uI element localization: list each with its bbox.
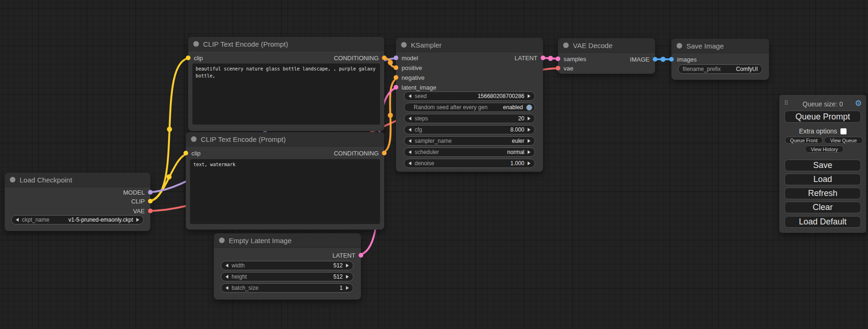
increment-arrow-icon[interactable]: [346, 264, 349, 267]
decrement-arrow-icon[interactable]: [226, 264, 228, 267]
queue-front-button[interactable]: Queue Front: [785, 137, 823, 144]
latent-port-dot[interactable]: [541, 56, 545, 60]
output-image[interactable]: IMAGE: [630, 56, 657, 63]
settings-gear-icon[interactable]: ⚙: [855, 98, 862, 108]
vae-port-dot[interactable]: [148, 209, 153, 213]
decrement-arrow-icon[interactable]: [409, 94, 411, 98]
increment-arrow-icon[interactable]: [528, 150, 530, 154]
increment-arrow-icon[interactable]: [528, 117, 530, 120]
sampler-name-widget[interactable]: sampler_name euler: [404, 136, 535, 146]
conditioning-port-dot[interactable]: [394, 65, 398, 70]
increment-arrow-icon[interactable]: [528, 139, 530, 143]
conditioning-port-dot[interactable]: [394, 75, 398, 80]
node-title-bar[interactable]: CLIP Text Encode (Prompt): [188, 37, 384, 51]
vae-port-dot[interactable]: [556, 66, 560, 70]
node-vae-decode[interactable]: VAE Decode samples vae IMAGE: [558, 38, 655, 74]
scheduler-widget[interactable]: scheduler normal: [404, 147, 535, 157]
decrement-arrow-icon[interactable]: [409, 150, 411, 154]
output-conditioning[interactable]: CONDITIONING: [334, 54, 387, 62]
batch-size-widget[interactable]: batch_size 1: [221, 283, 353, 293]
toggle-knob-icon[interactable]: [526, 105, 532, 111]
clear-button[interactable]: Clear: [784, 202, 861, 213]
queue-prompt-button[interactable]: Queue Prompt: [784, 111, 861, 123]
node-clip-text-encode-positive[interactable]: CLIP Text Encode (Prompt) clip CONDITION…: [188, 37, 384, 131]
collapse-dot-icon[interactable]: [191, 136, 197, 142]
denoise-widget[interactable]: denoise 1.000: [404, 159, 535, 168]
node-title-bar[interactable]: Empty Latent Image: [214, 233, 361, 248]
input-vae[interactable]: vae: [556, 64, 573, 72]
output-clip[interactable]: CLIP: [131, 197, 153, 205]
node-load-checkpoint[interactable]: Load Checkpoint MODEL CLIP VAE ckpt_name…: [5, 173, 150, 231]
clip-port-dot[interactable]: [186, 56, 191, 60]
decrement-arrow-icon[interactable]: [409, 128, 411, 132]
clip-port-dot[interactable]: [183, 151, 188, 155]
increment-arrow-icon[interactable]: [346, 275, 349, 279]
comfyui-node-canvas[interactable]: { "colors": { "model": "#b39ddb", "clip"…: [0, 0, 868, 329]
input-images[interactable]: images: [669, 56, 697, 63]
load-button[interactable]: Load: [784, 174, 861, 185]
node-clip-text-encode-negative[interactable]: CLIP Text Encode (Prompt) clip CONDITION…: [186, 132, 384, 230]
input-samples[interactable]: samples: [556, 55, 586, 63]
decrement-arrow-icon[interactable]: [226, 275, 228, 279]
seed-widget[interactable]: seed 156680208700286: [404, 91, 535, 101]
node-save-image[interactable]: Save Image images filename_prefix ComfyU…: [671, 39, 769, 80]
decrement-arrow-icon[interactable]: [409, 139, 411, 143]
node-title-bar[interactable]: CLIP Text Encode (Prompt): [186, 132, 384, 147]
node-ksampler[interactable]: KSampler model positive negative latent_…: [396, 38, 543, 172]
output-latent[interactable]: LATENT: [332, 252, 363, 259]
steps-widget[interactable]: steps 20: [404, 114, 535, 123]
latent-port-dot[interactable]: [359, 253, 363, 258]
collapse-dot-icon[interactable]: [677, 43, 682, 49]
view-history-button[interactable]: View History: [805, 146, 844, 153]
collapse-dot-icon[interactable]: [10, 177, 15, 182]
filename-prefix-widget[interactable]: filename_prefix ComfyUI: [678, 64, 762, 74]
collapse-dot-icon[interactable]: [219, 238, 225, 243]
negative-prompt-textarea[interactable]: text, watermark: [190, 159, 380, 224]
output-latent[interactable]: LATENT: [515, 54, 545, 62]
collapse-dot-icon[interactable]: [563, 42, 569, 48]
ckpt-name-widget[interactable]: ckpt_name v1-5-pruned-emaonly.ckpt: [11, 215, 144, 224]
node-title-bar[interactable]: Load Checkpoint: [5, 173, 150, 187]
latent-port-dot[interactable]: [394, 85, 398, 90]
decrement-arrow-icon[interactable]: [409, 117, 411, 120]
decrement-arrow-icon[interactable]: [226, 286, 228, 290]
random-seed-toggle-widget[interactable]: Random seed after every gen enabled: [404, 103, 535, 112]
increment-arrow-icon[interactable]: [528, 128, 530, 132]
input-negative[interactable]: negative: [394, 74, 424, 81]
positive-prompt-textarea[interactable]: beautiful scenery nature glass bottle la…: [192, 63, 380, 125]
image-port-dot[interactable]: [653, 57, 657, 62]
input-latent-image[interactable]: latent_image: [394, 84, 436, 91]
view-queue-button[interactable]: View Queue: [824, 137, 863, 144]
increment-arrow-icon[interactable]: [136, 218, 139, 222]
input-clip[interactable]: clip: [186, 54, 203, 62]
input-positive[interactable]: positive: [394, 64, 422, 71]
output-model[interactable]: MODEL: [123, 189, 153, 196]
height-widget[interactable]: height 512: [221, 272, 353, 281]
node-title-bar[interactable]: Save Image: [671, 39, 769, 53]
decrement-arrow-icon[interactable]: [409, 161, 411, 165]
latent-port-dot[interactable]: [556, 56, 560, 61]
width-widget[interactable]: width 512: [221, 261, 353, 270]
collapse-dot-icon[interactable]: [401, 42, 407, 48]
node-title-bar[interactable]: VAE Decode: [558, 38, 655, 53]
conditioning-port-dot[interactable]: [382, 56, 387, 60]
conditioning-port-dot[interactable]: [382, 151, 387, 155]
node-title-bar[interactable]: KSampler: [396, 38, 543, 52]
output-vae[interactable]: VAE: [133, 207, 153, 215]
node-empty-latent-image[interactable]: Empty Latent Image LATENT width 512 heig…: [214, 233, 361, 300]
clip-port-dot[interactable]: [148, 199, 153, 203]
image-port-dot[interactable]: [669, 57, 674, 62]
collapse-dot-icon[interactable]: [193, 41, 199, 47]
model-port-dot[interactable]: [148, 190, 153, 195]
output-conditioning[interactable]: CONDITIONING: [334, 149, 387, 157]
save-button[interactable]: Save: [784, 160, 861, 171]
increment-arrow-icon[interactable]: [346, 286, 349, 290]
increment-arrow-icon[interactable]: [528, 94, 530, 98]
cfg-widget[interactable]: cfg 8.000: [404, 125, 535, 134]
load-default-button[interactable]: Load Default: [784, 216, 861, 228]
extra-options-checkbox[interactable]: [840, 128, 847, 134]
input-model[interactable]: model: [394, 54, 418, 62]
model-port-dot[interactable]: [394, 56, 398, 60]
increment-arrow-icon[interactable]: [528, 161, 530, 165]
input-clip[interactable]: clip: [183, 149, 201, 157]
